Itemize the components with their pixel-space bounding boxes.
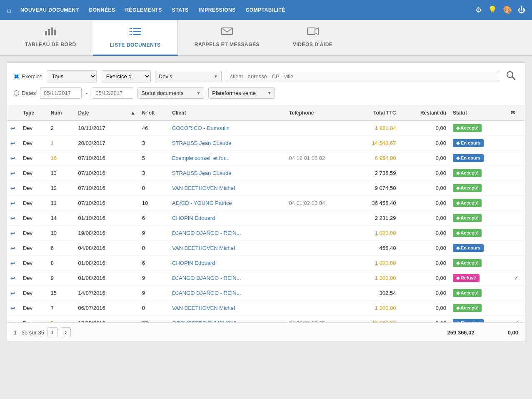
row-statut[interactable]: ◆ Refusé (450, 271, 507, 286)
row-client[interactable]: ORCHESTRE SYMPHONI... (169, 316, 285, 323)
plateformes-vente-select[interactable]: Plateformes vente ▼ (208, 87, 275, 99)
row-icon[interactable]: ↩ (7, 316, 20, 323)
row-client[interactable]: Exemple conseil et for... (169, 151, 285, 166)
row-client[interactable]: VAN BEETHOVEN Michel (169, 241, 285, 256)
row-icon[interactable]: ↩ (7, 166, 20, 181)
row-icon[interactable]: ↩ (7, 286, 20, 301)
exercice-radio[interactable] (14, 74, 19, 79)
row-client[interactable]: CHOPIN Edouard (169, 211, 285, 226)
row-statut[interactable]: ◆ Accepté (450, 256, 507, 271)
dates-radio-label[interactable]: Dates (14, 90, 36, 96)
row-icon[interactable]: ↩ (7, 181, 20, 196)
row-num[interactable]: 9 (47, 271, 75, 286)
row-num[interactable]: 1 (47, 136, 75, 151)
row-statut[interactable]: ◆ En cours (450, 151, 507, 166)
row-client[interactable]: DJANGO DJANGO - REIN... (169, 271, 285, 286)
row-client[interactable]: VAN BEETHOVEN Michel (169, 181, 285, 196)
statut-documents-select[interactable]: Statut documents ▼ (137, 87, 204, 99)
row-num[interactable]: 15 (47, 286, 75, 301)
tab-liste-documents[interactable]: LISTE DOCUMENTS (93, 20, 178, 56)
date-to-input[interactable] (92, 87, 133, 99)
table-row[interactable]: ↩ Dev 12 07/10/2016 8 VAN BEETHOVEN Mich… (7, 181, 525, 196)
row-client[interactable]: VAN BEETHOVEN Michel (169, 301, 285, 316)
nav-nouveau-document[interactable]: NOUVEAU DOCUMENT (20, 5, 80, 15)
search-button[interactable] (503, 70, 518, 83)
col-date[interactable]: Date (75, 106, 127, 120)
row-icon[interactable]: ↩ (7, 136, 20, 151)
date-from-input[interactable] (40, 87, 82, 99)
row-statut[interactable]: ◆ Accepté (450, 181, 507, 196)
row-num[interactable]: 10 (47, 226, 75, 241)
row-num[interactable]: 12 (47, 181, 75, 196)
row-icon[interactable]: ↩ (7, 196, 20, 211)
table-row[interactable]: ↩ Dev 1 20/03/2017 3 STRAUSS Jean CLaude… (7, 136, 525, 151)
lightbulb-icon[interactable]: 💡 (488, 5, 497, 15)
row-num[interactable]: 11 (47, 196, 75, 211)
home-button[interactable]: ⌂ (7, 6, 11, 15)
row-icon[interactable]: ↩ (7, 211, 20, 226)
tab-rappels-messages[interactable]: RAPPELS ET MESSAGES (178, 20, 276, 55)
row-num[interactable]: 5 (47, 316, 75, 323)
nav-comptabilite[interactable]: COMPTABILITÉ (245, 5, 286, 15)
table-row[interactable]: ↩ Dev 7 06/07/2016 8 VAN BEETHOVEN Miche… (7, 301, 525, 316)
row-statut[interactable]: ◆ En cours (450, 241, 507, 256)
row-icon[interactable]: ↩ (7, 120, 20, 136)
row-icon[interactable]: ↩ (7, 151, 20, 166)
nav-stats[interactable]: STATS (171, 5, 190, 15)
table-row[interactable]: ↩ Dev 16 07/10/2016 5 Exemple conseil et… (7, 151, 525, 166)
nav-reglements[interactable]: RÈGLEMENTS (124, 5, 162, 15)
table-row[interactable]: ↩ Dev 8 01/08/2016 6 CHOPIN Edouard 1 08… (7, 256, 525, 271)
doc-type-select[interactable]: Devis ▼ (155, 71, 222, 82)
row-statut[interactable]: ◆ Accepté (450, 166, 507, 181)
row-statut[interactable]: ◆ Accepté (450, 226, 507, 241)
table-row[interactable]: ↩ Dev 9 01/08/2016 9 DJANGO DJANGO - REI… (7, 271, 525, 286)
row-icon[interactable]: ↩ (7, 256, 20, 271)
prev-page-button[interactable]: ‹ (47, 327, 57, 337)
exercice-radio-label[interactable]: Exercice (14, 73, 42, 80)
exercice-select[interactable]: Tous (47, 70, 97, 82)
row-icon[interactable]: ↩ (7, 301, 20, 316)
row-num[interactable]: 13 (47, 166, 75, 181)
row-num[interactable]: 2 (47, 120, 75, 136)
power-icon[interactable]: ⏻ (518, 6, 525, 15)
table-row[interactable]: ↩ Dev 10 19/08/2016 9 DJANGO DJANGO - RE… (7, 226, 525, 241)
table-row[interactable]: ↩ Dev 13 07/10/2016 3 STRAUSS Jean CLaud… (7, 166, 525, 181)
table-row[interactable]: ↩ Dev 5 12/05/2016 23 ORCHESTRE SYMPHONI… (7, 316, 525, 323)
row-num[interactable]: 7 (47, 301, 75, 316)
row-icon[interactable]: ↩ (7, 226, 20, 241)
nav-impressions[interactable]: IMPRESSIONS (198, 5, 237, 15)
tab-videos-aide[interactable]: VIDÉOS D'AIDE (276, 20, 349, 55)
row-client[interactable]: AD/CD - YOUNG Patrice (169, 196, 285, 211)
row-statut[interactable]: ◆ Accepté (450, 196, 507, 211)
row-client[interactable]: DJANGO DJANGO - REIN... (169, 286, 285, 301)
next-page-button[interactable]: › (61, 327, 71, 337)
row-statut[interactable]: ◆ Accepté (450, 211, 507, 226)
row-client[interactable]: CHOPIN Edouard (169, 256, 285, 271)
row-statut[interactable]: ◆ En cours (450, 136, 507, 151)
row-statut[interactable]: ◆ En cours (450, 316, 507, 323)
row-num[interactable]: 8 (47, 256, 75, 271)
table-row[interactable]: ↩ Dev 2 10/11/2017 46 COCORICO - Dumouli… (7, 120, 525, 136)
settings-icon[interactable]: ⚙ (475, 5, 482, 15)
row-statut[interactable]: ◆ Accepté (450, 120, 507, 136)
row-num[interactable]: 6 (47, 241, 75, 256)
row-statut[interactable]: ◆ Accepté (450, 286, 507, 301)
row-icon[interactable]: ↩ (7, 241, 20, 256)
row-client[interactable]: STRAUSS Jean CLaude (169, 136, 285, 151)
row-statut[interactable]: ◆ Accepté (450, 301, 507, 316)
client-search-input[interactable] (226, 71, 499, 82)
row-icon[interactable]: ↩ (7, 271, 20, 286)
row-client[interactable]: DJANGO DJANGO - REIN... (169, 226, 285, 241)
nav-donnees[interactable]: DONNÉES (88, 5, 116, 15)
table-row[interactable]: ↩ Dev 6 04/08/2016 8 VAN BEETHOVEN Miche… (7, 241, 525, 256)
exercice2-select[interactable]: Exercice c (101, 70, 151, 82)
palette-icon[interactable]: 🎨 (503, 5, 512, 15)
table-row[interactable]: ↩ Dev 15 14/07/2016 9 DJANGO DJANGO - RE… (7, 286, 525, 301)
dates-radio[interactable] (14, 90, 19, 96)
table-row[interactable]: ↩ Dev 14 01/10/2016 6 CHOPIN Edouard 2 2… (7, 211, 525, 226)
row-num[interactable]: 16 (47, 151, 75, 166)
row-client[interactable]: COCORICO - Dumoulin (169, 120, 285, 136)
row-client[interactable]: STRAUSS Jean CLaude (169, 166, 285, 181)
tab-tableau-de-bord[interactable]: TABLEAU DE BORD (8, 20, 93, 55)
row-num[interactable]: 14 (47, 211, 75, 226)
